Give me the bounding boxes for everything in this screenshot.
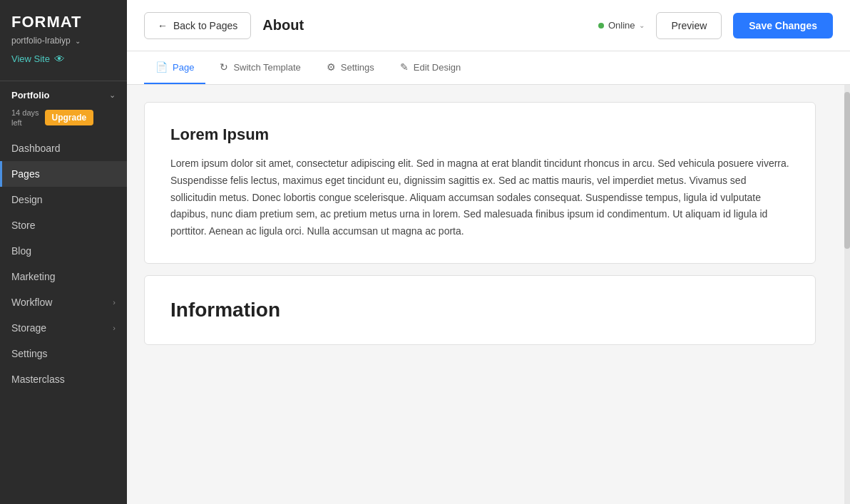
content-scroll-wrapper: Lorem Ipsum Lorem ipsum dolor sit amet, …	[127, 85, 850, 504]
portfolio-name-row[interactable]: portfolio-Irabiyp ⌄	[11, 36, 116, 46]
sidebar-item-workflow[interactable]: Workflow ›	[0, 289, 127, 315]
topbar: ← Back to Pages About Online ⌄ Preview S…	[127, 0, 850, 51]
portfolio-name: portfolio-Irabiyp	[11, 36, 71, 46]
page-title: About	[262, 17, 587, 34]
nav-items: Dashboard Pages Design Store Blog Market…	[0, 135, 127, 504]
lorem-ipsum-card: Lorem Ipsum Lorem ipsum dolor sit amet, …	[144, 102, 816, 264]
back-to-pages-button[interactable]: ← Back to Pages	[144, 12, 251, 39]
tab-settings-label: Settings	[341, 62, 374, 73]
sidebar-item-dashboard[interactable]: Dashboard	[0, 135, 127, 161]
trial-text: 14 days left	[11, 108, 39, 128]
trial-days: 14 days	[11, 108, 39, 117]
portfolio-chevron-down-icon: ⌄	[109, 91, 116, 100]
sidebar-item-storage-label: Storage	[11, 322, 46, 334]
upgrade-button[interactable]: Upgrade	[45, 110, 94, 125]
view-site-row[interactable]: View Site 👁	[11, 53, 116, 73]
portfolio-chevron-icon: ⌄	[75, 37, 81, 45]
online-label: Online	[608, 20, 635, 31]
portfolio-section-label: Portfolio	[11, 90, 49, 101]
sidebar-item-blog[interactable]: Blog	[0, 238, 127, 264]
tab-settings[interactable]: ⚙ Settings	[315, 51, 386, 84]
tab-switch-template[interactable]: ↻ Switch Template	[208, 51, 312, 84]
scroll-track[interactable]	[844, 85, 850, 504]
sidebar-item-marketing[interactable]: Marketing	[0, 264, 127, 289]
online-dot-icon	[598, 23, 604, 29]
main-content-area: ← Back to Pages About Online ⌄ Preview S…	[127, 0, 850, 504]
switch-template-icon: ↻	[220, 61, 228, 73]
online-chevron-icon: ⌄	[639, 21, 645, 29]
tab-edit-design-label: Edit Design	[414, 62, 461, 73]
sidebar-item-design-label: Design	[11, 194, 43, 205]
sidebar-item-settings-label: Settings	[11, 348, 48, 359]
trial-left: left	[11, 118, 22, 127]
sidebar-header: FORMAT portfolio-Irabiyp ⌄ View Site 👁	[0, 0, 127, 81]
sidebar-item-dashboard-label: Dashboard	[11, 143, 61, 154]
scroll-thumb[interactable]	[844, 92, 850, 249]
brand-logo: FORMAT	[11, 13, 116, 31]
sidebar-item-pages[interactable]: Pages	[0, 161, 127, 187]
tab-edit-design[interactable]: ✎ Edit Design	[389, 51, 472, 84]
storage-chevron-icon: ›	[113, 324, 116, 332]
tab-page-label: Page	[173, 62, 194, 73]
workflow-chevron-icon: ›	[113, 298, 116, 307]
save-changes-button[interactable]: Save Changes	[733, 13, 833, 38]
sidebar: FORMAT portfolio-Irabiyp ⌄ View Site 👁 P…	[0, 0, 127, 504]
sidebar-item-blog-label: Blog	[11, 245, 31, 257]
portfolio-section[interactable]: Portfolio ⌄	[0, 81, 127, 103]
lorem-ipsum-title: Lorem Ipsum	[170, 125, 789, 144]
settings-icon: ⚙	[327, 61, 336, 73]
back-to-pages-label: Back to Pages	[173, 20, 237, 31]
online-status[interactable]: Online ⌄	[598, 20, 645, 31]
tab-switch-template-label: Switch Template	[233, 62, 300, 73]
trial-row: 14 days left Upgrade	[0, 103, 127, 135]
view-site-label: View Site	[11, 53, 50, 64]
content-inner: Lorem Ipsum Lorem ipsum dolor sit amet, …	[127, 85, 844, 504]
back-arrow-icon: ←	[158, 20, 168, 31]
edit-design-icon: ✎	[400, 61, 409, 73]
page-icon: 📄	[155, 61, 168, 73]
preview-button[interactable]: Preview	[656, 12, 722, 39]
information-title: Information	[170, 299, 789, 322]
sidebar-item-settings[interactable]: Settings	[0, 341, 127, 366]
sidebar-item-storage[interactable]: Storage ›	[0, 315, 127, 341]
eye-icon: 👁	[54, 53, 65, 65]
tab-page[interactable]: 📄 Page	[144, 51, 205, 84]
sidebar-item-store[interactable]: Store	[0, 212, 127, 238]
sidebar-item-store-label: Store	[11, 220, 35, 231]
information-card: Information	[144, 275, 816, 345]
sidebar-item-masterclass-label: Masterclass	[11, 374, 65, 385]
sidebar-item-masterclass[interactable]: Masterclass	[0, 366, 127, 392]
sidebar-item-pages-label: Pages	[11, 168, 40, 180]
tabbar: 📄 Page ↻ Switch Template ⚙ Settings ✎ Ed…	[127, 51, 850, 85]
lorem-ipsum-body: Lorem ipsum dolor sit amet, consectetur …	[170, 155, 789, 240]
sidebar-item-marketing-label: Marketing	[11, 271, 55, 282]
sidebar-item-design[interactable]: Design	[0, 187, 127, 212]
sidebar-item-workflow-label: Workflow	[11, 297, 52, 308]
